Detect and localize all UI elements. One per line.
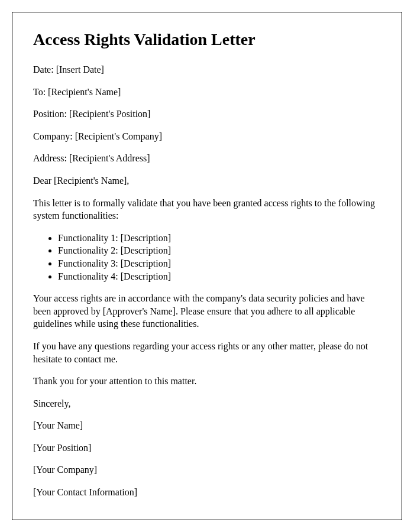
sender-name: [Your Name] (33, 419, 381, 432)
intro-paragraph: This letter is to formally validate that… (33, 197, 381, 222)
document-container: Access Rights Validation Letter Date: [I… (12, 12, 402, 520)
salutation: Dear [Recipient's Name], (33, 174, 381, 187)
address-line: Address: [Recipient's Address] (33, 152, 381, 165)
list-item: Functionality 4: [Description] (58, 270, 381, 283)
sender-contact: [Your Contact Information] (33, 486, 381, 499)
sender-position: [Your Position] (33, 442, 381, 455)
page-title: Access Rights Validation Letter (33, 30, 381, 49)
position-line: Position: [Recipient's Position] (33, 108, 381, 121)
list-item: Functionality 3: [Description] (58, 257, 381, 270)
questions-paragraph: If you have any questions regarding your… (33, 340, 381, 365)
functionality-list: Functionality 1: [Description] Functiona… (58, 232, 381, 283)
company-line: Company: [Recipient's Company] (33, 130, 381, 143)
to-line: To: [Recipient's Name] (33, 86, 381, 99)
sender-company: [Your Company] (33, 463, 381, 476)
date-line: Date: [Insert Date] (33, 63, 381, 76)
policy-paragraph: Your access rights are in accordance wit… (33, 292, 381, 330)
thanks-paragraph: Thank you for your attention to this mat… (33, 375, 381, 388)
closing: Sincerely, (33, 397, 381, 410)
list-item: Functionality 1: [Description] (58, 232, 381, 245)
list-item: Functionality 2: [Description] (58, 244, 381, 257)
